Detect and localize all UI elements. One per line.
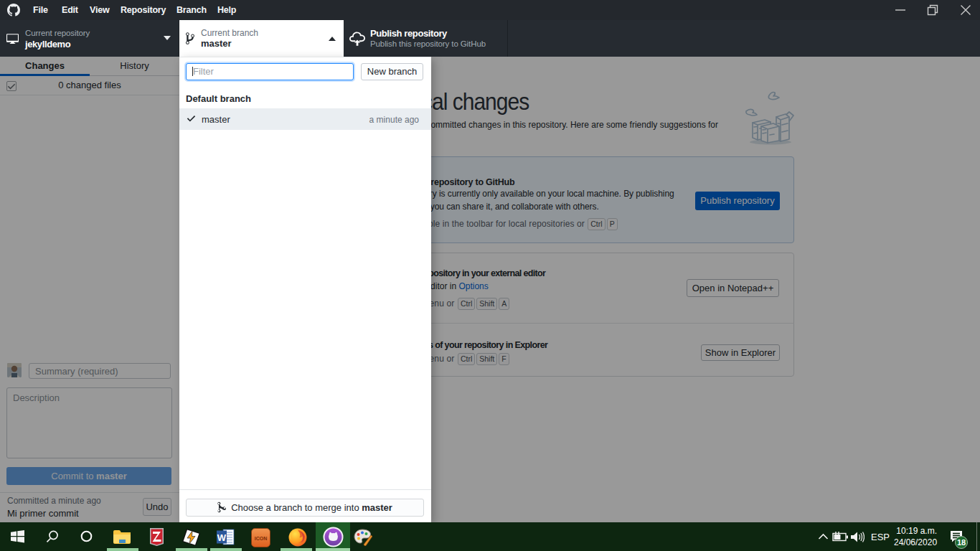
- svg-text:ICON: ICON: [255, 536, 268, 541]
- svg-text:W: W: [217, 532, 227, 543]
